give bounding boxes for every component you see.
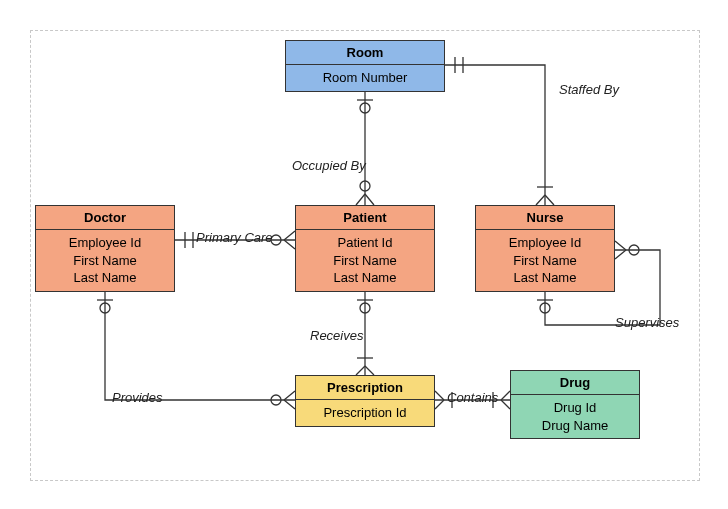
- entity-drug-title: Drug: [511, 371, 639, 395]
- label-supervises: Supervises: [615, 315, 679, 330]
- entity-room-title: Room: [286, 41, 444, 65]
- entity-room-attrs: Room Number: [286, 65, 444, 91]
- entity-nurse-title: Nurse: [476, 206, 614, 230]
- entity-prescription-title: Prescription: [296, 376, 434, 400]
- entity-patient[interactable]: Patient Patient Id First Name Last Name: [295, 205, 435, 292]
- label-staffed-by: Staffed By: [559, 82, 619, 97]
- entity-patient-attrs: Patient Id First Name Last Name: [296, 230, 434, 291]
- label-occupied-by: Occupied By: [292, 158, 366, 173]
- entity-nurse-attrs: Employee Id First Name Last Name: [476, 230, 614, 291]
- diagram-canvas: .ln{stroke:#333;stroke-width:1.3;fill:no…: [0, 0, 728, 509]
- entity-doctor[interactable]: Doctor Employee Id First Name Last Name: [35, 205, 175, 292]
- entity-prescription-attrs: Prescription Id: [296, 400, 434, 426]
- entity-drug-attrs: Drug Id Drug Name: [511, 395, 639, 438]
- label-primary-care: Primary Care: [196, 230, 273, 245]
- entity-drug[interactable]: Drug Drug Id Drug Name: [510, 370, 640, 439]
- entity-patient-title: Patient: [296, 206, 434, 230]
- label-receives: Receives: [310, 328, 363, 343]
- label-provides: Provides: [112, 390, 163, 405]
- label-contains: Contains: [447, 390, 498, 405]
- entity-doctor-title: Doctor: [36, 206, 174, 230]
- entity-nurse[interactable]: Nurse Employee Id First Name Last Name: [475, 205, 615, 292]
- entity-prescription[interactable]: Prescription Prescription Id: [295, 375, 435, 427]
- entity-room[interactable]: Room Room Number: [285, 40, 445, 92]
- entity-doctor-attrs: Employee Id First Name Last Name: [36, 230, 174, 291]
